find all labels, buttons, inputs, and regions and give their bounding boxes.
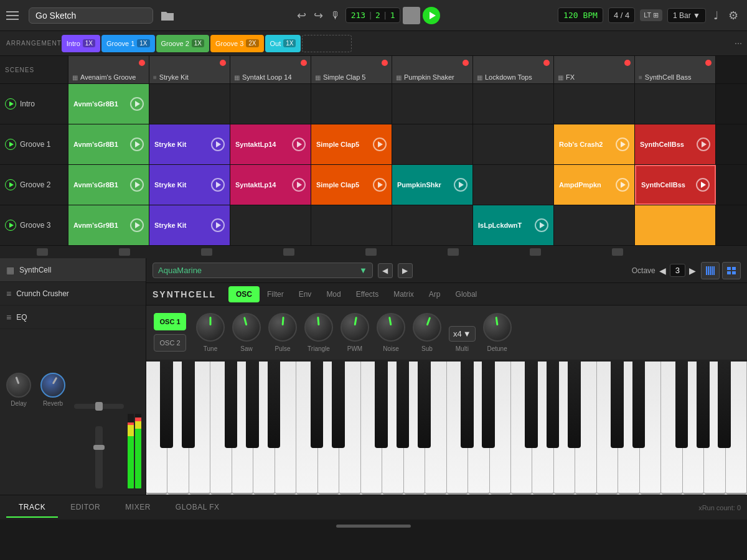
- black-key-25[interactable]: [697, 362, 710, 448]
- play-button[interactable]: [423, 7, 440, 24]
- cell-g2-pumpkin[interactable]: PumpkinShkr: [392, 165, 473, 205]
- cell-g2-fx[interactable]: AmpdPmpkn: [554, 165, 635, 205]
- cell-g2-syntakt[interactable]: SyntaktLp14: [230, 165, 311, 205]
- black-key-17[interactable]: [525, 362, 538, 448]
- scene-groove3[interactable]: Groove 3: [0, 205, 68, 246]
- delay-knob[interactable]: [6, 373, 31, 398]
- track-item-eq[interactable]: ≡ EQ: [0, 306, 146, 329]
- cell-g1-pumpkin[interactable]: [392, 124, 473, 164]
- noise-knob[interactable]: [377, 313, 405, 342]
- stop-button[interactable]: [403, 7, 420, 24]
- cell-play-btn[interactable]: [373, 138, 387, 151]
- black-key-5[interactable]: [268, 362, 281, 448]
- cell-g3-avenaim[interactable]: Avnm'sGr9B1: [68, 205, 149, 245]
- tab-global-fx[interactable]: GLOBAL FX: [163, 498, 232, 518]
- cell-play-btn[interactable]: [373, 178, 387, 192]
- menu-button[interactable]: [6, 7, 24, 24]
- metronome-button[interactable]: ♩: [711, 6, 721, 25]
- settings-button[interactable]: ⚙: [726, 6, 741, 25]
- tab-editor[interactable]: EDITOR: [58, 498, 113, 518]
- tab-env[interactable]: Env: [291, 286, 319, 302]
- octave-prev-button[interactable]: ◀: [659, 266, 666, 276]
- time-signature[interactable]: 4 / 4: [608, 7, 635, 23]
- black-key-8[interactable]: [332, 362, 345, 448]
- cell-play-btn[interactable]: [292, 138, 306, 151]
- cell-play-btn[interactable]: [697, 138, 710, 151]
- scene-intro[interactable]: Intro: [0, 84, 68, 124]
- cell-play-btn[interactable]: [292, 178, 306, 192]
- preset-prev-button[interactable]: ◀: [378, 263, 393, 278]
- cell-g3-lockdown[interactable]: IsLpLckdwnT: [473, 205, 554, 245]
- cell-g2-clap[interactable]: Simple Clap5: [311, 165, 392, 205]
- cell-g3-pumpkin[interactable]: [392, 205, 473, 245]
- scene-play-groove2[interactable]: [5, 179, 16, 190]
- black-key-21[interactable]: [611, 362, 624, 448]
- cell-play-btn[interactable]: [616, 138, 629, 151]
- cell-play-btn[interactable]: [130, 97, 144, 111]
- arr-section-groove2[interactable]: Groove 2 1X: [156, 35, 209, 52]
- pulse-knob[interactable]: [268, 313, 297, 342]
- triangle-knob[interactable]: [304, 313, 333, 342]
- pwm-knob[interactable]: [341, 313, 369, 342]
- cell-play-btn[interactable]: [616, 178, 629, 192]
- cell-play-btn[interactable]: [130, 138, 144, 151]
- sub-knob[interactable]: [413, 313, 441, 342]
- black-key-26[interactable]: [718, 362, 731, 448]
- black-key-24[interactable]: [675, 362, 688, 448]
- cell-g1-stryke[interactable]: Stryke Kit: [149, 124, 230, 164]
- scene-groove2[interactable]: Groove 2: [0, 165, 68, 205]
- cell-g1-syntakt[interactable]: SyntaktLp14: [230, 124, 311, 164]
- folder-button[interactable]: [158, 6, 177, 25]
- cell-g3-fx[interactable]: [554, 205, 635, 245]
- black-key-15[interactable]: [482, 362, 495, 448]
- black-key-14[interactable]: [461, 362, 474, 448]
- cell-play-btn[interactable]: [130, 178, 144, 192]
- osc2-button[interactable]: OSC 2: [154, 334, 186, 352]
- cell-g3-clap[interactable]: [311, 205, 392, 245]
- cell-g1-avenaim[interactable]: Avnm'sGr8B1: [68, 124, 149, 164]
- black-key-4[interactable]: [246, 362, 259, 448]
- project-name[interactable]: Go Sketch: [29, 7, 153, 24]
- black-key-12[interactable]: [418, 362, 431, 448]
- tab-mixer[interactable]: MIXER: [113, 498, 163, 518]
- cell-intro-avenaim[interactable]: Avnm'sGr8B1: [68, 84, 149, 124]
- tab-matrix[interactable]: Matrix: [386, 286, 421, 302]
- cell-intro-clap[interactable]: [311, 84, 392, 124]
- track-item-synthcell[interactable]: ▦ SynthCell: [0, 258, 146, 282]
- arr-section-groove1[interactable]: Groove 1 1X: [101, 35, 154, 52]
- cell-intro-synthcell[interactable]: [635, 84, 716, 124]
- cell-g1-lockdown[interactable]: [473, 124, 554, 164]
- cell-play-btn[interactable]: [130, 218, 144, 232]
- octave-next-button[interactable]: ▶: [689, 266, 696, 276]
- tab-arp[interactable]: Arp: [421, 286, 448, 302]
- black-key-10[interactable]: [375, 362, 388, 448]
- cell-g2-lockdown[interactable]: [473, 165, 554, 205]
- osc1-button[interactable]: OSC 1: [154, 313, 186, 330]
- cell-g3-syntakt[interactable]: [230, 205, 311, 245]
- black-key-0[interactable]: [160, 362, 173, 448]
- cell-g1-synthcell[interactable]: SynthCellBss: [635, 124, 716, 164]
- arr-empty-slot[interactable]: [302, 35, 352, 52]
- black-key-7[interactable]: [311, 362, 324, 448]
- cell-g2-avenaim[interactable]: Avnm'sGr8B1: [68, 165, 149, 205]
- preset-selector[interactable]: AquaMarine ▼: [153, 263, 373, 278]
- cell-play-btn[interactable]: [211, 138, 225, 151]
- bar-display[interactable]: 1 Bar ▼: [667, 8, 706, 23]
- tab-filter[interactable]: Filter: [260, 286, 291, 302]
- tune-knob[interactable]: [196, 313, 225, 342]
- record-button[interactable]: 🎙: [328, 7, 343, 24]
- cell-intro-pumpkin[interactable]: [392, 84, 473, 124]
- cell-play-btn[interactable]: [211, 218, 225, 232]
- scene-play-groove1[interactable]: [5, 139, 16, 150]
- cell-g3-stryke[interactable]: Stryke Kit: [149, 205, 230, 245]
- grid-view-button[interactable]: [722, 262, 741, 279]
- cell-play-btn[interactable]: [211, 178, 225, 192]
- black-key-18[interactable]: [547, 362, 560, 448]
- tab-track[interactable]: TRACK: [6, 498, 58, 518]
- cell-play-btn[interactable]: [696, 178, 710, 192]
- cell-intro-syntakt[interactable]: [230, 84, 311, 124]
- black-key-11[interactable]: [397, 362, 410, 448]
- saw-knob[interactable]: [232, 313, 261, 342]
- tab-mod[interactable]: Mod: [319, 286, 348, 302]
- detune-knob[interactable]: [483, 313, 512, 342]
